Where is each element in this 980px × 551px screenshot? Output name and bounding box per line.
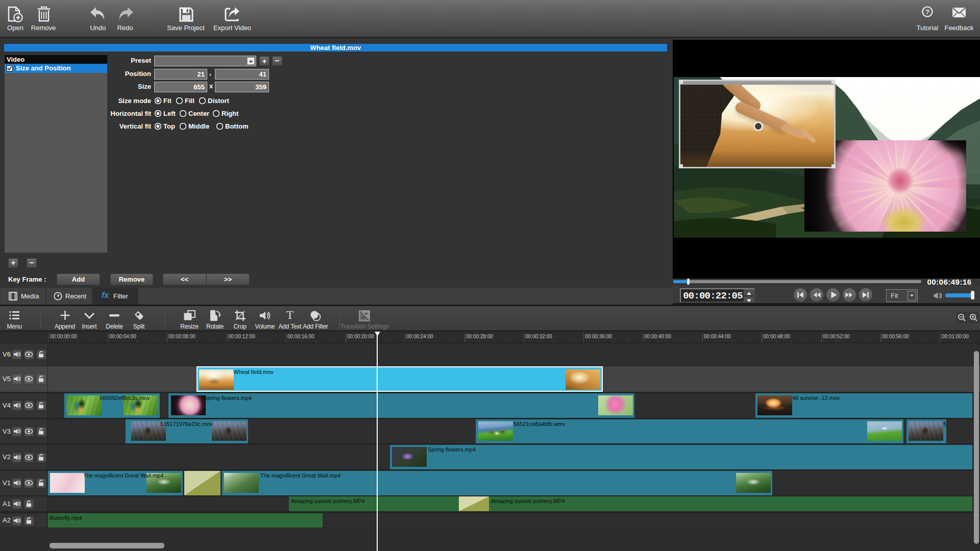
- svg-text:?: ?: [925, 8, 929, 16]
